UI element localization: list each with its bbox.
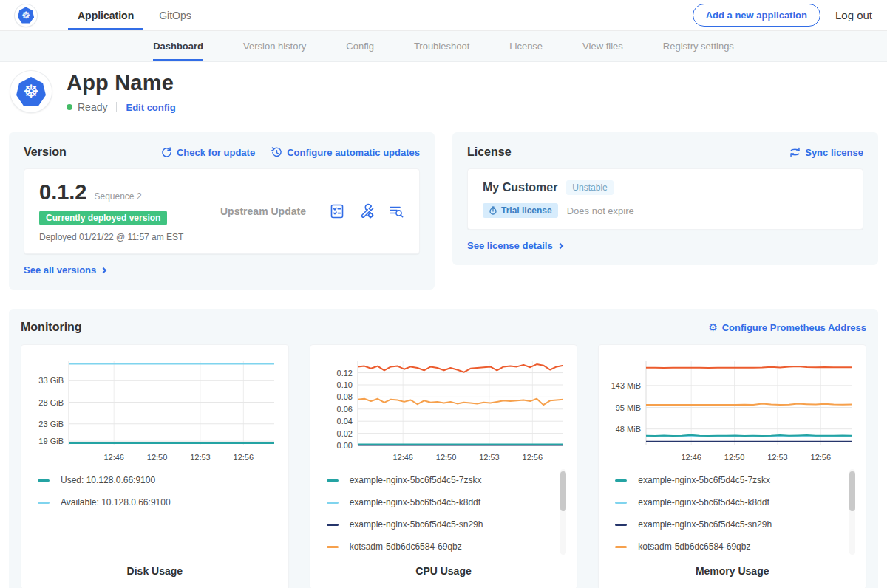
chart-title: Disk Usage [30, 559, 279, 581]
check-for-update-label: Check for update [177, 147, 255, 158]
page-title: App Name [67, 71, 176, 95]
legend-label: example-nginx-5bc6f5d4c5-k8ddf [350, 497, 480, 507]
top-navbar: ☸ Application GitOps Add a new applicati… [0, 0, 887, 31]
app-avatar: ☸ [10, 71, 52, 112]
tab-troubleshoot[interactable]: Troubleshoot [414, 31, 469, 61]
svg-text:0.04: 0.04 [336, 417, 352, 425]
svg-text:12:53: 12:53 [767, 453, 788, 462]
svg-text:28 GiB: 28 GiB [38, 398, 64, 407]
chart-title: Memory Usage [608, 559, 857, 581]
svg-text:12:46: 12:46 [392, 453, 413, 462]
svg-text:12:53: 12:53 [479, 453, 500, 462]
charts-row: 12:4612:5012:5312:5619 GiB23 GiB28 GiB33… [21, 344, 866, 588]
version-number: 0.1.2 [39, 180, 87, 205]
legend-item: Available: 10.128.0.66:9100 [38, 491, 278, 513]
legend-scrollbar[interactable] [560, 469, 566, 555]
monitoring-section: Monitoring ⚙ Configure Prometheus Addres… [9, 309, 878, 588]
legend-dash-icon [615, 546, 627, 548]
svg-text:12:46: 12:46 [682, 453, 702, 462]
legend-item: example-nginx-5bc6f5d4c5-k8ddf [615, 491, 855, 513]
legend-dash-icon [615, 524, 627, 526]
tab-version-history[interactable]: Version history [243, 31, 306, 61]
sync-license-link[interactable]: Sync license [789, 147, 863, 158]
license-box: My Customer Unstable Trial license Does … [467, 168, 863, 230]
legend-dash-icon [615, 479, 627, 482]
legend-label: example-nginx-5bc6f5d4c5-k8ddf [638, 497, 769, 507]
svg-text:143 MiB: 143 MiB [611, 381, 641, 390]
svg-text:12:50: 12:50 [147, 453, 168, 462]
current-version-box: 0.1.2 Sequence 2 Currently deployed vers… [24, 168, 420, 254]
legend-dash-icon [38, 502, 50, 504]
legend-item: example-nginx-5bc6f5d4c5-k8ddf [327, 491, 567, 513]
view-logs-icon[interactable] [388, 203, 404, 219]
svg-text:0.00: 0.00 [336, 441, 352, 450]
memory-usage-chart: 12:4612:5012:5312:5648 MiB95 MiB143 MiB … [598, 344, 866, 588]
svg-text:19 GiB: 19 GiB [38, 437, 64, 445]
legend-dash-icon [327, 502, 339, 504]
legend-dash-icon [327, 546, 339, 548]
top-tab-gitops[interactable]: GitOps [149, 0, 201, 30]
see-all-versions-link[interactable]: See all versions [24, 264, 106, 276]
legend-label: example-nginx-5bc6f5d4c5-sn29h [638, 519, 772, 530]
legend-item: example-nginx-5bc6f5d4c5-7zskx [615, 469, 855, 491]
kubernetes-logo[interactable]: ☸ [15, 4, 37, 27]
app-subnav: Dashboard Version history Config Trouble… [0, 31, 887, 62]
svg-text:0.08: 0.08 [336, 392, 352, 401]
license-expiry: Does not expire [567, 205, 634, 216]
kubernetes-logo-icon: ☸ [18, 7, 34, 24]
svg-text:0.02: 0.02 [336, 429, 352, 438]
configure-prometheus-link[interactable]: ⚙ Configure Prometheus Address [708, 322, 866, 333]
legend-dash-icon [327, 524, 339, 526]
cpu-usage-legend: example-nginx-5bc6f5d4c5-7zskxexample-ng… [319, 465, 568, 559]
divider [116, 102, 117, 112]
edit-config-link[interactable]: Edit config [126, 102, 175, 113]
legend-dash-icon [38, 479, 50, 482]
legend-scrollbar[interactable] [849, 469, 855, 555]
summary-cards-row: Version Check for update Configure autom… [9, 132, 878, 290]
trial-license-badge: Trial license [483, 203, 558, 218]
check-for-update-link[interactable]: Check for update [161, 147, 255, 158]
svg-text:12:56: 12:56 [522, 453, 543, 462]
preflight-checks-icon[interactable] [329, 203, 345, 219]
tab-view-files[interactable]: View files [582, 31, 623, 61]
tab-dashboard[interactable]: Dashboard [153, 31, 203, 61]
logout-button[interactable]: Log out [835, 9, 872, 21]
disk-usage-plot: 12:4612:5012:5312:5619 GiB23 GiB28 GiB33… [30, 354, 280, 465]
disk-usage-chart: 12:4612:5012:5312:5619 GiB23 GiB28 GiB33… [21, 344, 289, 588]
tab-config[interactable]: Config [346, 31, 374, 61]
memory-usage-legend: example-nginx-5bc6f5d4c5-7zskxexample-ng… [608, 465, 857, 559]
svg-text:33 GiB: 33 GiB [38, 376, 64, 385]
see-license-details-label: See license details [467, 240, 553, 251]
chevron-right-icon [557, 243, 563, 249]
tab-license[interactable]: License [509, 31, 543, 61]
gear-icon: ⚙ [708, 322, 718, 332]
sync-license-label: Sync license [805, 147, 863, 158]
currently-deployed-badge: Currently deployed version [39, 211, 167, 225]
version-card-title: Version [24, 146, 67, 159]
svg-text:12:56: 12:56 [811, 453, 832, 462]
legend-label: example-nginx-5bc6f5d4c5-7zskx [638, 475, 770, 485]
svg-text:12:56: 12:56 [234, 453, 254, 462]
legend-label: Available: 10.128.0.66:9100 [61, 497, 171, 507]
scrollbar-thumb[interactable] [849, 471, 855, 511]
top-tab-gitops-label: GitOps [159, 10, 191, 21]
svg-text:12:50: 12:50 [435, 453, 456, 462]
top-tab-application[interactable]: Application [68, 0, 143, 30]
scrollbar-thumb[interactable] [560, 471, 566, 511]
configure-automatic-updates-link[interactable]: Configure automatic updates [271, 147, 420, 158]
config-wrench-icon[interactable] [358, 203, 375, 219]
svg-text:95 MiB: 95 MiB [616, 403, 641, 412]
add-new-application-button[interactable]: Add a new application [693, 4, 820, 27]
version-card: Version Check for update Configure autom… [9, 132, 435, 290]
status-dot [67, 104, 72, 110]
legend-item: Used: 10.128.0.66:9100 [38, 469, 278, 491]
stopwatch-icon [489, 206, 497, 215]
legend-item: example-nginx-5bc6f5d4c5-7zskx [327, 469, 567, 491]
chart-title: CPU Usage [319, 559, 568, 581]
see-license-details-link[interactable]: See license details [467, 240, 563, 251]
status-text: Ready [78, 101, 107, 113]
legend-dash-icon [615, 502, 627, 504]
customer-name: My Customer [483, 181, 557, 194]
tab-registry-settings[interactable]: Registry settings [663, 31, 734, 61]
refresh-icon [161, 147, 172, 158]
